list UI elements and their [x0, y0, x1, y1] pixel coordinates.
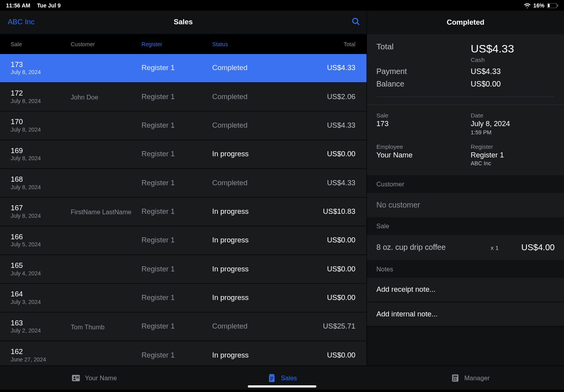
register-value: Register 1 [471, 151, 555, 159]
table-row[interactable]: 168July 8, 2024Register 1CompletedUS$4.3… [0, 169, 367, 197]
table-row[interactable]: 164July 3, 2024Register 1In progressUS$0… [0, 284, 367, 313]
search-button[interactable] [351, 17, 360, 28]
table-row[interactable]: 167July 8, 2024FirstName LastNameRegiste… [0, 198, 367, 226]
balance-value: US$0.00 [471, 80, 501, 89]
table-row[interactable]: 165July 4, 2024Register 1In progressUS$0… [0, 255, 367, 284]
table-row[interactable]: 170July 8, 2024Register 1CompletedUS$4.3… [0, 112, 367, 140]
row-sale-date: July 8, 2024 [11, 184, 70, 191]
sale-value: 173 [376, 119, 471, 128]
row-register: Register 1 [141, 294, 212, 302]
page-title: Sales [174, 18, 193, 27]
row-register: Register 1 [141, 179, 212, 187]
row-status: Completed [212, 92, 248, 101]
tab-sales-label: Sales [281, 374, 297, 381]
row-status: In progress [212, 236, 249, 244]
row-total: US$4.33 [327, 64, 355, 72]
row-total: US$4.33 [327, 121, 355, 130]
svg-rect-15 [453, 378, 454, 379]
row-total: US$25.71 [323, 322, 356, 331]
tab-profile-label: Your Name [85, 374, 117, 381]
svg-rect-2 [557, 4, 558, 6]
row-sale-id: 173 [11, 60, 70, 69]
add-internal-note[interactable]: Add internal note... [367, 302, 564, 327]
column-header: Sale Customer Register Status Total [0, 34, 367, 54]
row-sale-date: July 3, 2024 [11, 299, 70, 305]
customer-header: Customer [367, 175, 564, 193]
tab-bar: Your Name Sales Manager [0, 366, 564, 390]
status-date: Tue Jul 9 [37, 2, 61, 8]
row-sale-id: 162 [11, 347, 70, 356]
sales-icon [267, 373, 277, 383]
svg-rect-1 [548, 4, 550, 7]
row-total: US$0.00 [327, 294, 355, 302]
date-value: July 8, 2024 [471, 119, 555, 128]
table-row[interactable]: 172July 8, 2024John DoeRegister 1Complet… [0, 83, 367, 111]
no-customer[interactable]: No customer [367, 193, 564, 217]
svg-rect-11 [270, 378, 273, 379]
brand-link[interactable]: ABC Inc [8, 18, 34, 27]
date-label: Date [471, 112, 555, 119]
row-register: Register 1 [141, 121, 212, 130]
payment-value: US$4.33 [471, 67, 501, 76]
row-total: US$4.33 [327, 179, 355, 187]
row-sale-date: July 5, 2024 [11, 242, 70, 248]
detail-title: Completed [447, 18, 484, 27]
row-register: Register 1 [141, 64, 212, 72]
svg-rect-18 [455, 379, 456, 380]
employee-label: Employee [376, 143, 471, 150]
col-sale[interactable]: Sale [0, 41, 71, 47]
balance-label: Balance [376, 80, 471, 89]
row-total: US$0.00 [327, 265, 355, 273]
manager-icon [450, 373, 460, 383]
row-status: Completed [212, 179, 248, 187]
employee-value: Your Name [376, 151, 471, 159]
totals-section: Total US$4.33 Cash Payment US$4.33 Balan… [367, 34, 564, 105]
svg-rect-17 [453, 379, 454, 380]
row-register: Register 1 [141, 150, 212, 159]
row-status: Completed [212, 121, 248, 130]
line-item[interactable]: 8 oz. cup drip coffeex 1US$4.00 [367, 235, 564, 260]
total-method: Cash [471, 56, 555, 63]
row-status: Completed [212, 64, 248, 72]
row-total: US$0.00 [327, 236, 355, 244]
tab-profile[interactable]: Your Name [0, 366, 188, 390]
row-register: Register 1 [141, 265, 212, 273]
home-indicator[interactable] [248, 385, 316, 387]
row-sale-id: 169 [11, 146, 70, 155]
register-label: Register [471, 143, 555, 150]
col-register[interactable]: Register [141, 41, 212, 47]
col-status[interactable]: Status [212, 41, 283, 47]
row-customer: Tom Thumb [71, 323, 142, 331]
payment-label: Payment [376, 67, 471, 76]
detail-header: Completed [367, 11, 564, 34]
row-sale-date: June 27, 2024 [11, 357, 70, 363]
tab-manager[interactable]: Manager [376, 366, 564, 390]
row-register: Register 1 [141, 92, 212, 101]
row-status: Completed [212, 322, 248, 331]
col-customer[interactable]: Customer [71, 41, 142, 47]
sale-items-header: Sale [367, 217, 564, 235]
row-sale-id: 166 [11, 233, 70, 241]
meta-section: Sale 173 Date July 8, 2024 1:59 PM Emplo… [367, 105, 564, 175]
status-bar: 11:56 AM Tue Jul 9 16% [0, 0, 564, 11]
add-receipt-note[interactable]: Add receipt note... [367, 278, 564, 302]
row-sale-date: July 8, 2024 [11, 98, 70, 105]
row-sale-id: 172 [11, 89, 70, 97]
total-label: Total [376, 42, 471, 55]
col-total[interactable]: Total [283, 41, 366, 47]
line-item-price: US$4.00 [508, 242, 555, 252]
row-status: In progress [212, 265, 249, 273]
battery-icon [547, 3, 558, 8]
tab-manager-label: Manager [464, 374, 490, 381]
table-row[interactable]: 163July 2, 2024Tom ThumbRegister 1Comple… [0, 313, 367, 341]
table-row[interactable]: 166July 5, 2024Register 1In progressUS$0… [0, 226, 367, 255]
row-sale-id: 165 [11, 261, 70, 269]
table-row[interactable]: 169July 8, 2024Register 1In progressUS$0… [0, 140, 367, 169]
svg-rect-14 [453, 376, 457, 377]
date-time: 1:59 PM [471, 129, 555, 135]
row-sale-date: July 4, 2024 [11, 271, 70, 277]
table-row[interactable]: 173July 8, 2024Register 1CompletedUS$4.3… [0, 54, 367, 83]
line-item-name: 8 oz. cup drip coffee [376, 243, 482, 252]
svg-rect-8 [76, 378, 79, 378]
row-total: US$0.00 [327, 150, 355, 158]
